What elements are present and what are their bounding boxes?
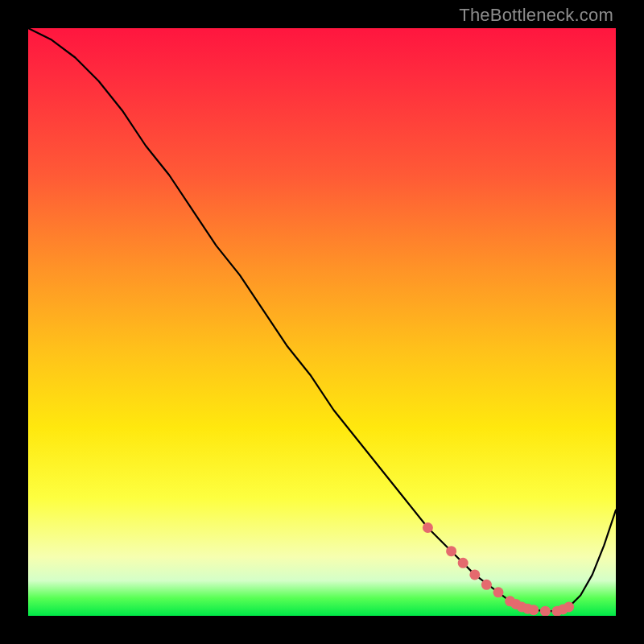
plot-area [28,28,616,616]
marker-dot [458,558,469,568]
marker-dot [540,606,551,616]
watermark-text: TheBottleneck.com [459,5,613,26]
marker-dot [481,580,492,590]
marker-dot [423,522,433,533]
bottleneck-curve [28,28,616,611]
marker-dot [469,569,480,580]
chart-frame: TheBottleneck.com [0,0,644,644]
chart-overlay-svg [28,28,616,616]
marker-dot [493,587,504,597]
marker-dot [564,602,574,613]
marker-dot [528,605,539,615]
marker-group [423,522,574,616]
marker-dot [446,546,456,556]
